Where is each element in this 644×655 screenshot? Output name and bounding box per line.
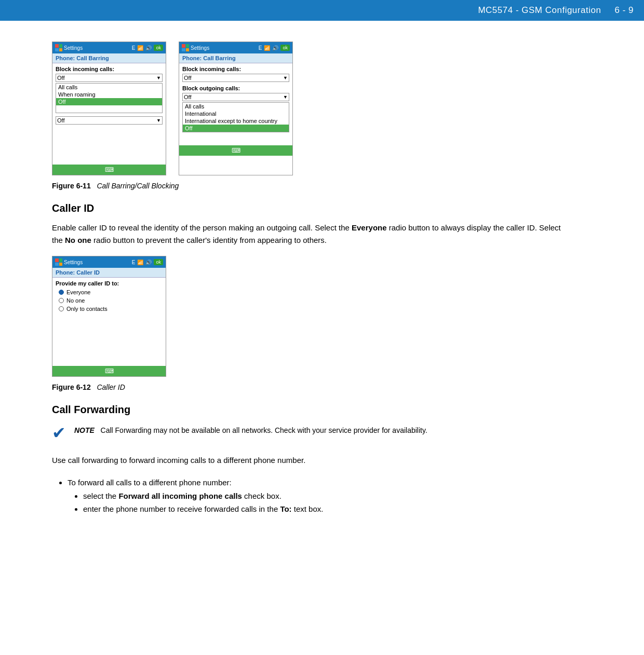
call-forwarding-heading: Call Forwarding — [52, 404, 561, 416]
select-arrow2: ▼ — [283, 75, 288, 80]
bullet-1: To forward all calls to a different phon… — [68, 476, 561, 516]
main-content: Settings E 📶 🔊 ok Phone: Call Barring Bl… — [0, 21, 592, 540]
note-checkmark-icon: ✔ — [52, 423, 66, 443]
figure11-screenshots: Settings E 📶 🔊 ok Phone: Call Barring Bl… — [52, 42, 561, 175]
incoming-select2[interactable]: Off ▼ — [182, 74, 289, 82]
screenshot1: Settings E 📶 🔊 ok Phone: Call Barring Bl… — [52, 42, 166, 175]
block-outgoing-label: Block outgoing calls: — [182, 85, 289, 91]
page-header: MC5574 - GSM Configuration 6 - 9 — [0, 0, 644, 21]
windows-flag-icon2 — [182, 44, 189, 51]
ok-button2[interactable]: ok — [280, 45, 290, 51]
block-incoming-label1: Block incoming calls: — [56, 66, 163, 72]
keyboard-icon1: ⌨ — [105, 166, 114, 173]
caller-id-para: Enable caller ID to reveal the identity … — [52, 222, 561, 247]
second-select1[interactable]: Off ▼ — [56, 116, 163, 125]
titlebar2-logo: Settings — [182, 44, 209, 51]
call-forwarding-intro: Use call forwarding to forward incoming … — [52, 454, 561, 467]
ok-button3[interactable]: ok — [154, 259, 163, 265]
titlebar3: Settings E 📶 🔊 ok — [52, 256, 166, 268]
subtitle1: Phone: Call Barring — [52, 53, 166, 63]
subtitle3: Phone: Caller ID — [52, 268, 166, 278]
select-arrow1b: ▼ — [156, 118, 161, 123]
keyboard-icon3: ⌨ — [105, 367, 114, 375]
titlebar3-icons: E 📶 🔊 ok — [132, 259, 163, 265]
list-item-off1[interactable]: Off — [56, 98, 162, 105]
sub-bullet-list: select the Forward all incoming phone ca… — [83, 489, 561, 516]
radio-everyone[interactable]: Everyone — [56, 288, 163, 296]
body1: Block incoming calls: Off ▼ All calls Wh… — [52, 63, 166, 165]
note-box: ✔ NOTE Call Forwarding may not be availa… — [52, 423, 561, 445]
caller-id-heading: Caller ID — [52, 202, 561, 214]
header-title: MC5574 - GSM Configuration 6 - 9 — [478, 5, 634, 16]
titlebar1-logo: Settings — [55, 44, 83, 51]
titlebar2: Settings E 📶 🔊 ok — [179, 42, 292, 53]
ok-button1[interactable]: ok — [154, 45, 163, 51]
outgoing-international[interactable]: International — [183, 110, 289, 117]
titlebar1-icons: E 📶 🔊 ok — [132, 45, 163, 51]
sub-bullet-1a: select the Forward all incoming phone ca… — [83, 489, 561, 503]
note-content: NOTE Call Forwarding may not be availabl… — [74, 425, 427, 436]
radio-contacts[interactable]: Only to contacts — [56, 305, 163, 313]
figure11-caption: Figure 6-11 Call Barring/Call Blocking — [52, 182, 561, 190]
bullet-list: To forward all calls to a different phon… — [68, 476, 561, 516]
outgoing-allcalls[interactable]: All calls — [183, 103, 289, 110]
block-incoming-label2: Block incoming calls: — [182, 66, 289, 72]
titlebar2-icons: E 📶 🔊 ok — [259, 45, 290, 51]
radio-contacts-circle[interactable] — [59, 306, 64, 311]
windows-flag-icon — [55, 44, 62, 51]
select-arrow1: ▼ — [156, 75, 161, 80]
figure12-caption: Figure 6-12 Caller ID — [52, 383, 561, 391]
outgoing-list2: All calls International International ex… — [182, 102, 289, 132]
select-arrow2b: ▼ — [283, 94, 288, 100]
windows-flag-icon3 — [55, 258, 62, 266]
radio-noone-circle[interactable] — [59, 298, 64, 303]
body2: Block incoming calls: Off ▼ Block outgoi… — [179, 63, 292, 145]
subtitle2: Phone: Call Barring — [179, 53, 292, 63]
caller-id-label: Provide my caller ID to: — [56, 280, 163, 286]
list-item-allcalls[interactable]: All calls — [56, 84, 162, 91]
radio-noone[interactable]: No one — [56, 296, 163, 305]
radio-everyone-circle[interactable] — [59, 290, 64, 295]
incoming-list1: All calls When roaming Off — [56, 83, 163, 113]
footer3: ⌨ — [52, 366, 166, 376]
footer2: ⌨ — [179, 145, 292, 156]
sub-bullet-1b: enter the phone number to receive forwar… — [83, 502, 561, 516]
titlebar1: Settings E 📶 🔊 ok — [52, 42, 166, 53]
outgoing-intl-except[interactable]: International except to home country — [183, 117, 289, 125]
outgoing-off[interactable]: Off — [183, 125, 289, 132]
keyboard-icon2: ⌨ — [232, 147, 240, 154]
screenshot2: Settings E 📶 🔊 ok Phone: Call Barring Bl… — [179, 42, 293, 175]
titlebar3-logo: Settings — [55, 258, 83, 266]
outgoing-select2[interactable]: Off ▼ — [182, 93, 289, 101]
list-item-whenroaming[interactable]: When roaming — [56, 91, 162, 98]
caller-id-body: Provide my caller ID to: Everyone No one… — [52, 278, 166, 366]
incoming-select1[interactable]: Off ▼ — [56, 74, 163, 82]
footer1: ⌨ — [52, 165, 166, 175]
figure12-screenshot: Settings E 📶 🔊 ok Phone: Caller ID Provi… — [52, 256, 166, 377]
list-item-off2 — [56, 105, 162, 113]
